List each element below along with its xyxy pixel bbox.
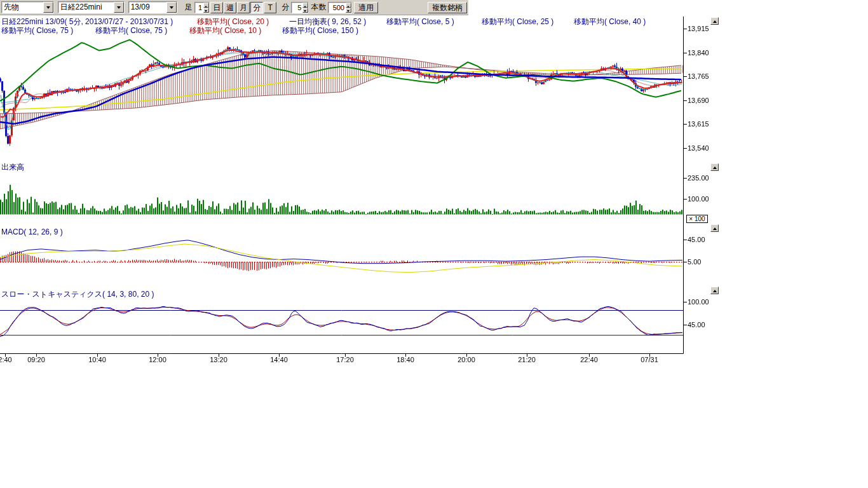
scroll-up-button-macd[interactable]	[710, 224, 719, 232]
triangle-down-icon	[117, 6, 121, 11]
spinner-buttons	[346, 3, 351, 13]
spinner-down-icon[interactable]	[302, 8, 308, 13]
dropdown-arrow-icon[interactable]	[43, 2, 53, 13]
spinner-down-icon[interactable]	[346, 8, 351, 13]
scroll-up-button-volume[interactable]	[710, 163, 719, 171]
app-window: 先物 日経225mini 13/09 足 1 日 週 月 分 T 分 5	[0, 0, 868, 488]
triangle-down-icon	[46, 6, 50, 11]
dropdown-arrow-icon[interactable]	[166, 2, 177, 13]
spinner-up-icon[interactable]	[203, 3, 209, 8]
scroll-up-button-stoch[interactable]	[710, 287, 719, 294]
spinner-up-icon[interactable]	[302, 3, 308, 8]
contract-month-value: 13/09	[129, 2, 166, 13]
apply-button[interactable]: 適用	[354, 2, 378, 13]
contract-month-select[interactable]: 13/09	[128, 1, 177, 13]
chart-canvas[interactable]	[0, 15, 724, 371]
period-button-month[interactable]: 月	[237, 2, 250, 13]
spinner-buttons	[302, 3, 308, 13]
symbol-value: 日経225mini	[58, 2, 114, 13]
multi-symbol-button[interactable]: 複数銘柄	[428, 2, 467, 13]
triangle-down-icon	[170, 6, 173, 11]
bar-count-input[interactable]: 500	[328, 2, 352, 13]
bar-count-value: 500	[329, 3, 346, 13]
bar-interval-value: 1	[195, 3, 203, 13]
spinner-up-icon[interactable]	[346, 3, 351, 8]
period-button-minute[interactable]: 分	[250, 2, 263, 13]
triangle-up-icon	[713, 226, 717, 230]
symbol-select[interactable]: 日経225mini	[58, 1, 125, 13]
minute-interval-input[interactable]: 5	[291, 2, 309, 13]
count-label: 本数	[311, 2, 326, 13]
triangle-up-icon	[713, 288, 717, 292]
period-button-day[interactable]: 日	[210, 2, 223, 13]
bar-type-label: 足	[185, 2, 193, 13]
triangle-up-icon	[713, 165, 717, 169]
volume-multiplier-badge: × 100	[686, 215, 708, 223]
dropdown-arrow-icon[interactable]	[114, 2, 124, 13]
scroll-up-button-price[interactable]	[710, 17, 719, 25]
bar-interval-input[interactable]: 1	[194, 2, 210, 13]
period-button-tick[interactable]: T	[264, 2, 276, 13]
minute-interval-value: 5	[292, 3, 302, 13]
minute-label: 分	[281, 2, 289, 13]
triangle-up-icon	[713, 18, 717, 23]
instrument-type-select[interactable]: 先物	[1, 1, 54, 13]
spinner-down-icon[interactable]	[203, 8, 209, 13]
spinner-buttons	[203, 3, 209, 13]
instrument-type-value: 先物	[2, 2, 43, 13]
main-toolbar: 先物 日経225mini 13/09 足 1 日 週 月 分 T 分 5	[0, 0, 468, 15]
period-button-week[interactable]: 週	[224, 2, 236, 13]
